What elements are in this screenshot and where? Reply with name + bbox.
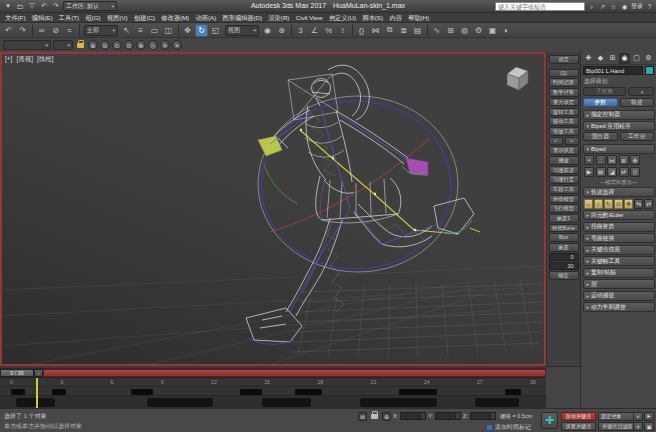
rollout-motion-capture[interactable]: ▸运动捕捉 xyxy=(583,291,655,301)
select-by-name-icon[interactable]: ≡ xyxy=(134,24,147,37)
rollout-key-info[interactable]: ▸关键点信息 xyxy=(583,245,655,255)
trackbar-key-ranges[interactable] xyxy=(0,395,546,408)
reference-coord-dropdown[interactable]: 视图▾ xyxy=(225,25,259,36)
percent-snap-icon[interactable]: % xyxy=(322,24,335,37)
menu-graph-editors[interactable]: 图形编辑器(D) xyxy=(219,13,265,23)
select-link-icon[interactable]: ∞ xyxy=(35,24,48,37)
side-button-bake-model[interactable]: 烘焙模型 xyxy=(549,195,579,204)
mixer-mode-icon[interactable]: ≣ xyxy=(619,155,629,165)
side-button-forward[interactable]: 匀速前进 xyxy=(549,166,579,175)
menu-help[interactable]: 帮助(H) xyxy=(405,13,432,23)
ribbon-toggle-icon[interactable]: ▤ xyxy=(411,24,424,37)
menu-file[interactable]: 文件(F) xyxy=(2,13,29,23)
search-icon[interactable]: ⌕ xyxy=(587,2,596,11)
viewport-canvas[interactable] xyxy=(2,54,544,364)
maximize-viewport-icon[interactable]: ▣ xyxy=(644,422,654,431)
menu-customize[interactable]: 自定义(U) xyxy=(326,13,360,23)
keyframe-marker[interactable] xyxy=(505,389,521,395)
layer-manager-icon[interactable]: ≣ xyxy=(397,24,410,37)
search-input[interactable] xyxy=(495,2,585,11)
side-button-math[interactable]: 数学计算 xyxy=(549,88,579,97)
select-object-icon[interactable]: ↖ xyxy=(120,24,133,37)
rollout-biped[interactable]: ▾Biped xyxy=(583,144,655,154)
side-button-fly-model[interactable]: 飞行模型 xyxy=(549,204,579,213)
move-all-mode-icon[interactable]: ✥ xyxy=(630,155,640,165)
collapse-anim-layer-icon[interactable]: ✛ xyxy=(160,40,170,50)
auto-key-button[interactable]: 自动关键点 xyxy=(561,412,596,421)
menu-animation[interactable]: 动画(A) xyxy=(192,13,219,23)
sub-object-button[interactable]: 子对象 xyxy=(583,87,626,96)
isolate-selection-icon[interactable]: ⊠ xyxy=(358,412,367,421)
absolute-relative-icon[interactable]: ⊕ xyxy=(382,412,391,421)
unlink-icon[interactable]: ⊘ xyxy=(49,24,62,37)
user-icon[interactable]: ◉ xyxy=(620,2,629,11)
play-animation-icon[interactable]: ► xyxy=(644,412,654,421)
select-scale-icon[interactable]: ◱ xyxy=(209,24,222,37)
set-keys-button[interactable]: ✚ xyxy=(541,412,558,429)
undo-icon[interactable]: ↶ xyxy=(2,24,15,37)
rollout-bend-links[interactable]: ▸弯曲链接 xyxy=(583,233,655,243)
current-frame-cursor[interactable] xyxy=(36,378,38,409)
load-file-icon[interactable]: ▤ xyxy=(596,167,606,177)
spinner-snap-icon[interactable]: ↕ xyxy=(336,24,349,37)
share-icon[interactable]: ↗ xyxy=(598,2,607,11)
keyframe-marker[interactable] xyxy=(295,389,322,395)
app-menu-icon[interactable]: ▾ xyxy=(3,1,13,12)
side-button-time-record[interactable]: 时间记录 xyxy=(549,78,579,87)
track-bar[interactable]: 0 3 6 9 12 15 18 21 24 27 30 xyxy=(0,377,546,408)
time-slider-track-autokey[interactable] xyxy=(43,369,546,377)
move-all-icon[interactable]: ✥ xyxy=(624,199,633,209)
add-time-tag[interactable]: 添加时间标记 xyxy=(486,423,531,432)
keyframe-marker[interactable] xyxy=(475,398,519,407)
y-coordinate-field[interactable] xyxy=(435,412,461,420)
motion-flow-mode-icon[interactable]: ⋈ xyxy=(607,155,617,165)
side-button-walk[interactable]: 匀速行走 xyxy=(549,175,579,184)
time-slider[interactable]: 0 / 30 › xyxy=(0,368,546,377)
body-rotation-icon[interactable]: ↻ xyxy=(604,199,613,209)
render-setup-icon[interactable]: ⚙ xyxy=(472,24,485,37)
side-button-skin[interactable]: 蒙皮 xyxy=(549,243,579,252)
rollout-keyframing-tools[interactable]: ▸关键帧工具 xyxy=(583,256,655,266)
selection-lock-icon[interactable] xyxy=(371,414,378,419)
tab-hierarchy-icon[interactable]: ⊞ xyxy=(607,53,618,64)
named-sets-dropdown[interactable]: ▾ xyxy=(3,40,51,50)
side-button-gravity[interactable]: 重力设置 xyxy=(549,98,579,107)
parameters-tab-button[interactable]: 参数 xyxy=(583,98,618,107)
modes-and-display-expander[interactable]: —模式和显示— xyxy=(581,177,656,186)
lock-layer-icon[interactable] xyxy=(77,43,84,48)
opposite-tracks-icon[interactable]: ⇄ xyxy=(644,199,653,209)
side-button-skin1[interactable]: 蒙皮1 xyxy=(549,214,579,223)
menu-rendering[interactable]: 渲染(R) xyxy=(265,13,292,23)
trajectories-tab-button[interactable]: 轨迹 xyxy=(620,98,655,107)
select-layer-objects-icon[interactable]: ⊖ xyxy=(100,40,110,50)
biped-playback-icon[interactable]: ▶ xyxy=(584,167,594,177)
tab-create-icon[interactable]: ✚ xyxy=(583,53,594,64)
side-spinner-2[interactable]: 30 xyxy=(549,262,579,270)
copy-anim-layer-icon[interactable]: ⊗ xyxy=(136,40,146,50)
tab-utilities-icon[interactable]: ⚙ xyxy=(643,53,654,64)
menu-edit[interactable]: 编辑(E) xyxy=(29,13,56,23)
set-key-button[interactable]: 设置关键点 xyxy=(561,422,596,431)
go-to-start-icon[interactable]: « xyxy=(633,412,643,421)
trackbar-keys[interactable] xyxy=(0,386,546,395)
menu-scripting[interactable]: 脚本(S) xyxy=(359,13,386,23)
named-selection-sets-icon[interactable]: {} xyxy=(355,24,368,37)
window-crossing-icon[interactable]: ◫ xyxy=(162,24,175,37)
keyframe-marker[interactable] xyxy=(360,398,436,407)
layer-list-dropdown[interactable]: ▾ xyxy=(53,40,73,50)
side-button-scale-tool[interactable]: 缩放工具 xyxy=(549,127,579,136)
viewport-shading-menu[interactable]: [线框] xyxy=(37,55,54,64)
save-icon[interactable]: ▽ xyxy=(27,1,37,12)
body-vertical-icon[interactable]: ↕ xyxy=(594,199,603,209)
time-slider-handle[interactable]: 0 / 30 xyxy=(0,369,34,377)
body-horizontal-icon[interactable]: ↔ xyxy=(584,199,593,209)
curve-editor-icon[interactable]: ∿ xyxy=(430,24,443,37)
rendered-frame-icon[interactable]: ▣ xyxy=(486,24,499,37)
object-name-field[interactable]: Bip001 L Hand xyxy=(583,66,643,75)
symmetrical-tracks-icon[interactable]: ⇆ xyxy=(634,199,643,209)
keyframe-marker[interactable] xyxy=(240,389,262,395)
side-button-wheel-tool[interactable]: 车轮工具 xyxy=(549,185,579,194)
select-rotate-icon[interactable]: ↻ xyxy=(195,24,208,37)
keyframe-marker[interactable] xyxy=(147,398,213,407)
mixer-button[interactable]: 混合器 xyxy=(583,132,618,141)
